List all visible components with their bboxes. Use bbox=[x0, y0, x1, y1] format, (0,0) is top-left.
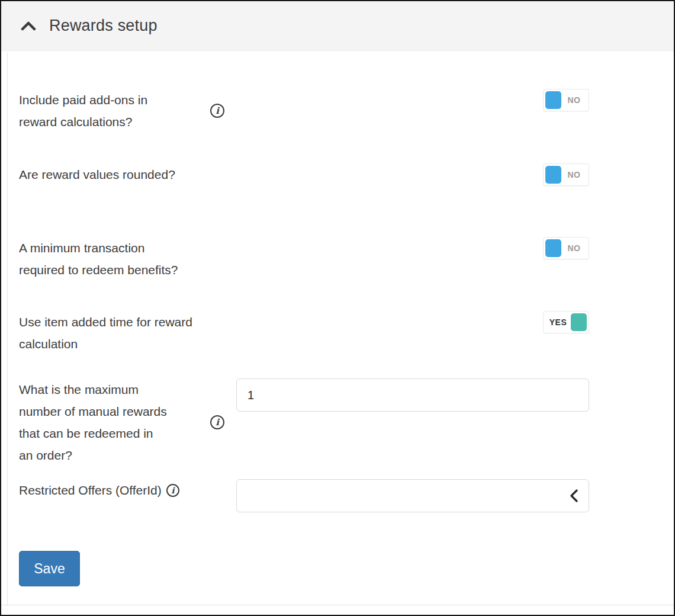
field-label: Are reward values rounded? bbox=[19, 163, 236, 185]
field-label: A minimum transaction required to redeem… bbox=[19, 237, 236, 281]
control-cell: NO bbox=[236, 163, 589, 186]
field-label-text: Are reward values rounded? bbox=[19, 163, 175, 185]
form-row-paid-addons: Include paid add-ons in reward calculati… bbox=[19, 89, 589, 133]
field-label-text: A minimum transaction required to redeem… bbox=[19, 237, 185, 281]
toggle-state-label: NO bbox=[561, 95, 587, 105]
form-row-item-added-time: Use item added time for reward calculati… bbox=[19, 311, 589, 355]
chevron-left-icon bbox=[569, 489, 579, 503]
control-cell bbox=[236, 378, 589, 412]
toggle-state-label: NO bbox=[561, 243, 587, 253]
field-label-text: Include paid add-ons in reward calculati… bbox=[19, 89, 182, 133]
restricted-offers-select[interactable] bbox=[236, 479, 589, 512]
form-row-rounded-values: Are reward values rounded? NO bbox=[19, 163, 589, 186]
toggle-knob bbox=[545, 91, 561, 109]
paid-addons-toggle[interactable]: NO bbox=[543, 89, 589, 111]
rewards-setup-panel: { "panel": { "title": "Rewards setup" },… bbox=[0, 0, 675, 616]
toggle-state-label: NO bbox=[561, 170, 587, 179]
field-label: Include paid add-ons in reward calculati… bbox=[19, 89, 236, 133]
field-label: Use item added time for reward calculati… bbox=[19, 311, 236, 355]
rewards-setup-form: Include paid add-ons in reward calculati… bbox=[1, 51, 674, 586]
control-cell: NO bbox=[236, 237, 589, 259]
field-label-text: Use item added time for reward calculati… bbox=[19, 311, 205, 355]
toggle-knob bbox=[545, 166, 561, 184]
collapse-panel-button[interactable] bbox=[21, 20, 36, 32]
info-icon[interactable]: i bbox=[210, 104, 224, 118]
toggle-knob bbox=[545, 239, 561, 257]
save-button[interactable]: Save bbox=[19, 551, 80, 586]
form-row-max-manual-rewards: What is the maximum number of manual rew… bbox=[19, 378, 589, 466]
panel-left-border bbox=[7, 52, 8, 606]
control-cell: NO bbox=[236, 89, 589, 111]
field-label-text: What is the maximum number of manual rew… bbox=[19, 378, 170, 466]
min-transaction-toggle[interactable]: NO bbox=[543, 237, 589, 259]
field-label-text: Restricted Offers (OfferId) bbox=[19, 479, 162, 501]
form-row-min-transaction: A minimum transaction required to redeem… bbox=[19, 237, 589, 281]
item-added-time-toggle[interactable]: YES bbox=[543, 311, 589, 333]
control-cell: YES bbox=[236, 311, 589, 333]
toggle-state-label: YES bbox=[545, 317, 571, 327]
rounded-values-toggle[interactable]: NO bbox=[543, 163, 589, 186]
panel-header: Rewards setup bbox=[1, 1, 674, 51]
field-label: Restricted Offers (OfferId) i bbox=[19, 479, 236, 501]
info-icon[interactable]: i bbox=[210, 415, 224, 429]
chevron-up-icon bbox=[21, 21, 36, 31]
panel-bottom-border bbox=[1, 605, 674, 605]
toggle-knob bbox=[571, 313, 587, 331]
info-icon[interactable]: i bbox=[166, 484, 179, 497]
page-title: Rewards setup bbox=[49, 17, 158, 35]
form-row-restricted-offers: Restricted Offers (OfferId) i bbox=[19, 479, 589, 512]
field-label: What is the maximum number of manual rew… bbox=[19, 378, 236, 466]
max-manual-rewards-input[interactable] bbox=[236, 378, 589, 412]
control-cell bbox=[236, 479, 589, 512]
